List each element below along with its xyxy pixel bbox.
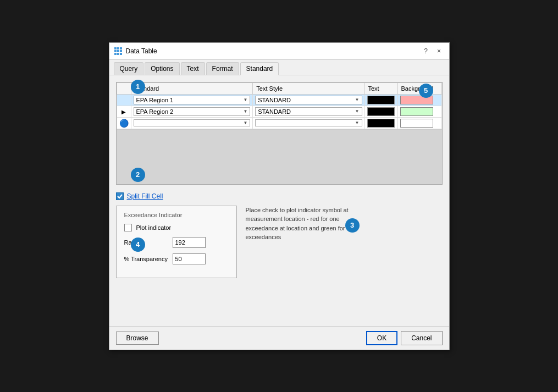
row-3-text-style[interactable]: ▼ [253, 117, 364, 129]
chevron-down-icon: ▼ [355, 97, 360, 102]
title-bar-left: Data Table [114, 47, 157, 56]
row-3-text-style-dropdown[interactable]: ▼ [255, 119, 362, 126]
row-2-text-color[interactable] [364, 106, 397, 117]
help-button[interactable]: ? [421, 46, 432, 56]
split-fill-cell-link[interactable]: Split Fill Cell [127, 192, 163, 200]
plot-indicator-label: Plot indicator [136, 224, 180, 231]
chevron-down-icon: ▼ [355, 120, 360, 125]
col-text-style: Text Style [253, 82, 364, 94]
row-3-bg-color[interactable] [397, 117, 441, 129]
row-3-indicator: 🔵 [117, 117, 131, 129]
tab-options[interactable]: Options [145, 62, 179, 75]
row-1-bg-color[interactable] [397, 94, 441, 106]
col-indicator [117, 82, 131, 94]
annotation-bubble-1: 1 [131, 80, 145, 94]
exceedance-section: Exceedance Indicator Plot indicator Radi… [116, 206, 443, 278]
annotation-bubble-5: 5 [419, 84, 433, 98]
color-swatch-bg[interactable] [400, 107, 433, 116]
row-1-indicator [117, 94, 131, 106]
row-3-standard-dropdown[interactable]: ▼ [134, 119, 251, 126]
table-row[interactable]: ▶ EPA Region 2 ▼ STANDARD [117, 106, 441, 117]
transparency-input[interactable] [173, 253, 206, 264]
col-standard: Standard [131, 82, 253, 94]
annotation-bubble-2: 2 [131, 168, 145, 182]
row-2-standard[interactable]: EPA Region 2 ▼ [131, 106, 253, 117]
browse-button[interactable]: Browse [116, 332, 159, 345]
row-2-indicator: ▶ [117, 106, 131, 117]
table-row[interactable]: EPA Region 1 ▼ STANDARD ▼ [117, 94, 441, 106]
color-swatch-bg[interactable] [400, 119, 433, 128]
bottom-right-buttons: OK Cancel [366, 331, 443, 345]
radius-input[interactable] [173, 237, 206, 248]
checkbox-check-icon [117, 194, 123, 199]
row-3-text-color[interactable] [364, 117, 397, 129]
chevron-down-icon: ▼ [243, 120, 247, 125]
content-area: Standard Text Style Text Background [109, 75, 449, 326]
split-fill-row: Split Fill Cell [116, 192, 443, 200]
cancel-button[interactable]: Cancel [401, 331, 442, 345]
row-1-standard-dropdown[interactable]: EPA Region 1 ▼ [134, 96, 251, 104]
transparency-row: % Transparency [124, 253, 229, 264]
row-1-text-style-dropdown[interactable]: STANDARD ▼ [255, 96, 362, 104]
data-table: Standard Text Style Text Background [117, 82, 442, 129]
outer-container: 1 2 3 4 5 Data Table ? [54, 31, 505, 361]
color-swatch-text[interactable] [367, 107, 395, 116]
table-empty-area [117, 129, 442, 184]
row-2-bg-color[interactable] [397, 106, 441, 117]
app-icon [114, 47, 123, 56]
plot-indicator-checkbox[interactable] [124, 224, 132, 231]
row-arrow-icon: ▶ [121, 109, 126, 115]
row-3-standard[interactable]: ▼ [131, 117, 253, 129]
chevron-down-icon: ▼ [355, 109, 360, 114]
add-row-icon: 🔵 [119, 119, 129, 128]
color-swatch-text[interactable] [367, 119, 395, 128]
chevron-down-icon: ▼ [243, 109, 247, 114]
tabs-bar: Query Options Text Format Standard [109, 60, 449, 75]
dialog: Data Table ? × Query Options Text Format… [109, 42, 450, 350]
grid-icon [114, 47, 122, 55]
ok-button[interactable]: OK [366, 331, 397, 345]
table-row[interactable]: 🔵 ▼ ▼ [117, 117, 441, 129]
color-swatch-text[interactable] [367, 96, 395, 104]
split-fill-icon[interactable] [116, 192, 124, 200]
annotation-bubble-3: 3 [345, 218, 360, 233]
data-table-wrapper: Standard Text Style Text Background [116, 82, 443, 185]
row-2-standard-dropdown[interactable]: EPA Region 2 ▼ [134, 107, 251, 116]
dialog-title: Data Table [126, 47, 157, 55]
title-bar-right: ? × [421, 46, 445, 56]
chevron-down-icon: ▼ [243, 97, 247, 102]
tab-text[interactable]: Text [181, 62, 205, 75]
row-1-standard[interactable]: EPA Region 1 ▼ [131, 94, 253, 106]
exceedance-group-label: Exceedance Indicator [124, 212, 229, 218]
plot-indicator-row: Plot indicator [124, 224, 229, 231]
col-text: Text [364, 82, 397, 94]
row-1-text-color[interactable] [364, 94, 397, 106]
tab-standard[interactable]: Standard [240, 62, 279, 75]
tab-query[interactable]: Query [114, 62, 144, 75]
tab-format[interactable]: Format [206, 62, 239, 75]
row-2-text-style-dropdown[interactable]: STANDARD ▼ [255, 107, 362, 116]
row-2-text-style[interactable]: STANDARD ▼ [253, 106, 364, 117]
bottom-bar: Browse OK Cancel [109, 326, 449, 350]
annotation-bubble-4: 4 [131, 238, 145, 252]
close-button[interactable]: × [434, 46, 445, 56]
title-bar: Data Table ? × [109, 43, 449, 60]
transparency-label: % Transparency [124, 256, 168, 262]
row-1-text-style[interactable]: STANDARD ▼ [253, 94, 364, 106]
